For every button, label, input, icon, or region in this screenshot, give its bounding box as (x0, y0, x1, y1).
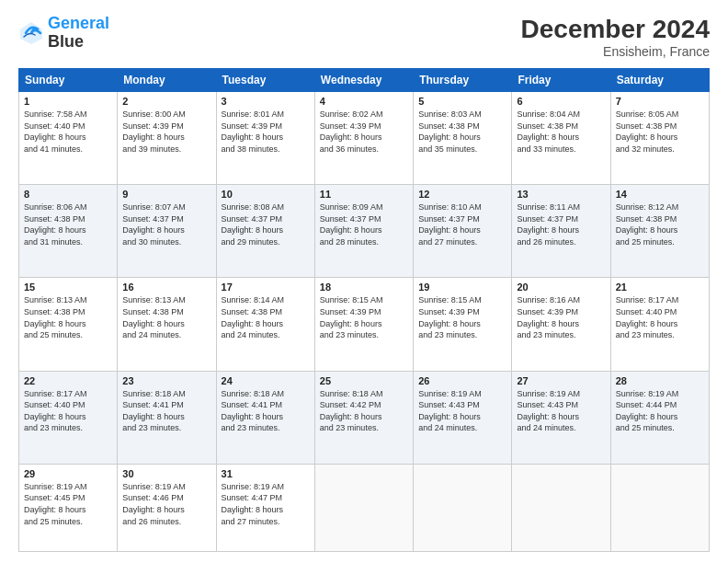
day-number: 20 (517, 282, 605, 293)
day-number: 26 (418, 375, 506, 386)
day-number: 29 (24, 468, 112, 479)
day-info: Sunrise: 8:17 AM Sunset: 4:40 PM Dayligh… (24, 388, 112, 434)
col-saturday: Saturday (610, 69, 709, 92)
day-number: 21 (616, 282, 704, 293)
day-number: 8 (24, 189, 112, 200)
day-info: Sunrise: 8:17 AM Sunset: 4:40 PM Dayligh… (616, 294, 704, 340)
day-info: Sunrise: 8:15 AM Sunset: 4:39 PM Dayligh… (320, 294, 408, 340)
table-row: 20Sunrise: 8:16 AM Sunset: 4:39 PM Dayli… (512, 278, 610, 371)
col-monday: Monday (118, 69, 216, 92)
day-number: 24 (222, 375, 310, 386)
day-info: Sunrise: 8:16 AM Sunset: 4:39 PM Dayligh… (517, 294, 605, 340)
table-row: 27Sunrise: 8:19 AM Sunset: 4:43 PM Dayli… (512, 371, 610, 464)
logo-icon (18, 20, 44, 46)
table-row: 22Sunrise: 8:17 AM Sunset: 4:40 PM Dayli… (19, 371, 118, 464)
calendar-week-3: 15Sunrise: 8:13 AM Sunset: 4:38 PM Dayli… (19, 278, 710, 371)
table-row: 12Sunrise: 8:10 AM Sunset: 4:37 PM Dayli… (414, 185, 512, 278)
day-number: 10 (222, 189, 310, 200)
col-thursday: Thursday (414, 69, 512, 92)
table-row: 30Sunrise: 8:19 AM Sunset: 4:46 PM Dayli… (118, 464, 216, 551)
day-info: Sunrise: 8:10 AM Sunset: 4:37 PM Dayligh… (418, 201, 506, 247)
table-row: 16Sunrise: 8:13 AM Sunset: 4:38 PM Dayli… (118, 278, 216, 371)
day-info: Sunrise: 8:14 AM Sunset: 4:38 PM Dayligh… (222, 294, 310, 340)
table-row: 10Sunrise: 8:08 AM Sunset: 4:37 PM Dayli… (216, 185, 314, 278)
day-info: Sunrise: 8:00 AM Sunset: 4:39 PM Dayligh… (122, 109, 210, 155)
table-row: 15Sunrise: 8:13 AM Sunset: 4:38 PM Dayli… (19, 278, 118, 371)
calendar-header-row: Sunday Monday Tuesday Wednesday Thursday… (19, 69, 710, 92)
day-info: Sunrise: 8:06 AM Sunset: 4:38 PM Dayligh… (24, 201, 112, 247)
day-number: 2 (122, 96, 210, 107)
calendar-week-5: 29Sunrise: 8:19 AM Sunset: 4:45 PM Dayli… (19, 464, 710, 551)
day-number: 5 (418, 96, 506, 107)
table-row: 26Sunrise: 8:19 AM Sunset: 4:43 PM Dayli… (414, 371, 512, 464)
col-sunday: Sunday (19, 69, 118, 92)
day-info: Sunrise: 8:19 AM Sunset: 4:46 PM Dayligh… (122, 481, 210, 527)
logo-text: General Blue (48, 15, 109, 52)
table-row: 4Sunrise: 8:02 AM Sunset: 4:39 PM Daylig… (314, 92, 413, 185)
table-row: 7Sunrise: 8:05 AM Sunset: 4:38 PM Daylig… (610, 92, 709, 185)
day-number: 11 (320, 189, 408, 200)
day-info: Sunrise: 8:07 AM Sunset: 4:37 PM Dayligh… (122, 201, 210, 247)
day-number: 12 (418, 189, 506, 200)
day-info: Sunrise: 8:08 AM Sunset: 4:37 PM Dayligh… (222, 201, 310, 247)
day-number: 3 (222, 96, 310, 107)
table-row: 23Sunrise: 8:18 AM Sunset: 4:41 PM Dayli… (118, 371, 216, 464)
table-row: 3Sunrise: 8:01 AM Sunset: 4:39 PM Daylig… (216, 92, 314, 185)
title-block: December 2024 Ensisheim, France (521, 15, 710, 59)
day-number: 7 (616, 96, 704, 107)
table-row: 9Sunrise: 8:07 AM Sunset: 4:37 PM Daylig… (118, 185, 216, 278)
calendar-table: Sunday Monday Tuesday Wednesday Thursday… (18, 68, 710, 552)
calendar-week-4: 22Sunrise: 8:17 AM Sunset: 4:40 PM Dayli… (19, 371, 710, 464)
table-row (512, 464, 610, 551)
page: General Blue December 2024 Ensisheim, Fr… (0, 0, 728, 563)
day-number: 6 (517, 96, 605, 107)
table-row: 25Sunrise: 8:18 AM Sunset: 4:42 PM Dayli… (314, 371, 413, 464)
day-number: 9 (122, 189, 210, 200)
table-row: 13Sunrise: 8:11 AM Sunset: 4:37 PM Dayli… (512, 185, 610, 278)
day-number: 25 (320, 375, 408, 386)
table-row: 29Sunrise: 8:19 AM Sunset: 4:45 PM Dayli… (19, 464, 118, 551)
main-title: December 2024 (521, 15, 710, 44)
day-number: 27 (517, 375, 605, 386)
table-row: 6Sunrise: 8:04 AM Sunset: 4:38 PM Daylig… (512, 92, 610, 185)
day-info: Sunrise: 8:19 AM Sunset: 4:44 PM Dayligh… (616, 388, 704, 434)
day-info: Sunrise: 8:15 AM Sunset: 4:39 PM Dayligh… (418, 294, 506, 340)
day-info: Sunrise: 8:04 AM Sunset: 4:38 PM Dayligh… (517, 109, 605, 155)
table-row: 17Sunrise: 8:14 AM Sunset: 4:38 PM Dayli… (216, 278, 314, 371)
day-info: Sunrise: 8:09 AM Sunset: 4:37 PM Dayligh… (320, 201, 408, 247)
table-row: 31Sunrise: 8:19 AM Sunset: 4:47 PM Dayli… (216, 464, 314, 551)
table-row: 8Sunrise: 8:06 AM Sunset: 4:38 PM Daylig… (19, 185, 118, 278)
table-row: 19Sunrise: 8:15 AM Sunset: 4:39 PM Dayli… (414, 278, 512, 371)
day-info: Sunrise: 8:19 AM Sunset: 4:43 PM Dayligh… (517, 388, 605, 434)
day-info: Sunrise: 8:19 AM Sunset: 4:45 PM Dayligh… (24, 481, 112, 527)
table-row (414, 464, 512, 551)
day-number: 31 (222, 468, 310, 479)
day-number: 1 (24, 96, 112, 107)
day-number: 23 (122, 375, 210, 386)
day-number: 22 (24, 375, 112, 386)
col-tuesday: Tuesday (216, 69, 314, 92)
table-row (314, 464, 413, 551)
day-number: 30 (122, 468, 210, 479)
table-row: 2Sunrise: 8:00 AM Sunset: 4:39 PM Daylig… (118, 92, 216, 185)
day-number: 16 (122, 282, 210, 293)
day-number: 28 (616, 375, 704, 386)
day-info: Sunrise: 8:12 AM Sunset: 4:38 PM Dayligh… (616, 201, 704, 247)
table-row: 1Sunrise: 7:58 AM Sunset: 4:40 PM Daylig… (19, 92, 118, 185)
day-info: Sunrise: 8:19 AM Sunset: 4:47 PM Dayligh… (222, 481, 310, 527)
table-row: 18Sunrise: 8:15 AM Sunset: 4:39 PM Dayli… (314, 278, 413, 371)
day-info: Sunrise: 8:18 AM Sunset: 4:41 PM Dayligh… (122, 388, 210, 434)
calendar-week-1: 1Sunrise: 7:58 AM Sunset: 4:40 PM Daylig… (19, 92, 710, 185)
day-info: Sunrise: 8:19 AM Sunset: 4:43 PM Dayligh… (418, 388, 506, 434)
table-row: 11Sunrise: 8:09 AM Sunset: 4:37 PM Dayli… (314, 185, 413, 278)
day-info: Sunrise: 8:05 AM Sunset: 4:38 PM Dayligh… (616, 109, 704, 155)
day-info: Sunrise: 8:02 AM Sunset: 4:39 PM Dayligh… (320, 109, 408, 155)
day-info: Sunrise: 8:01 AM Sunset: 4:39 PM Dayligh… (222, 109, 310, 155)
day-number: 18 (320, 282, 408, 293)
day-number: 17 (222, 282, 310, 293)
table-row: 5Sunrise: 8:03 AM Sunset: 4:38 PM Daylig… (414, 92, 512, 185)
day-info: Sunrise: 7:58 AM Sunset: 4:40 PM Dayligh… (24, 109, 112, 155)
day-info: Sunrise: 8:13 AM Sunset: 4:38 PM Dayligh… (24, 294, 112, 340)
day-info: Sunrise: 8:03 AM Sunset: 4:38 PM Dayligh… (418, 109, 506, 155)
table-row (610, 464, 709, 551)
